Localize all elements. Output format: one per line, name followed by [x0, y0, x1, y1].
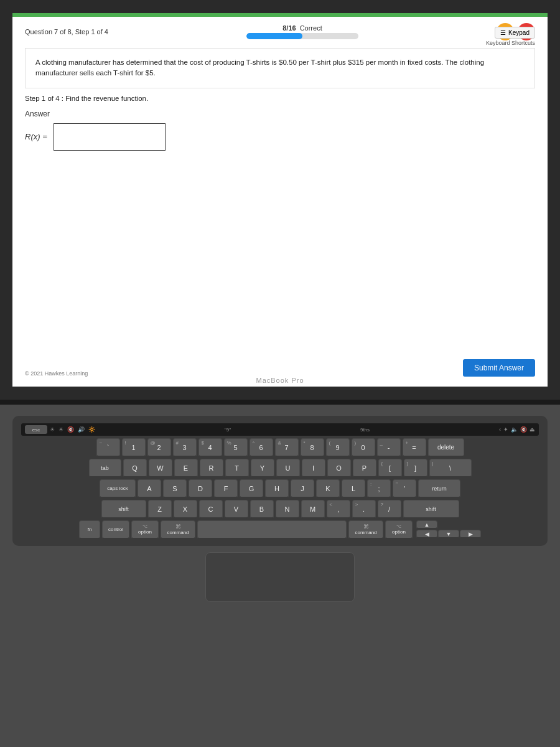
- bottom-row: fn control ⌥ option ⌘ command ⌘ command …: [21, 520, 539, 539]
- key-e[interactable]: E: [174, 459, 198, 477]
- key-space[interactable]: [197, 520, 347, 539]
- key-f[interactable]: F: [214, 479, 238, 498]
- tb-sun: ✦: [503, 426, 508, 433]
- key-x[interactable]: X: [174, 500, 197, 519]
- key-6[interactable]: ^ 6: [250, 438, 273, 457]
- key-o[interactable]: O: [327, 459, 351, 477]
- key-z[interactable]: Z: [148, 500, 172, 519]
- key-lbracket[interactable]: { [: [378, 459, 402, 477]
- key-q[interactable]: Q: [123, 459, 147, 477]
- key-fn[interactable]: fn: [79, 520, 100, 539]
- tb-icon-2: ☀: [58, 426, 63, 433]
- key-ctrl[interactable]: control: [102, 520, 129, 539]
- macbook-label: MacBook Pro: [256, 377, 304, 384]
- key-3[interactable]: # 3: [173, 438, 197, 457]
- key-1[interactable]: ! 1: [122, 438, 146, 457]
- key-rbracket[interactable]: } ]: [404, 459, 427, 477]
- tb-eject: ⏏: [530, 426, 535, 433]
- key-0[interactable]: ) 0: [352, 438, 375, 457]
- key-option-right[interactable]: ⌥ option: [385, 520, 413, 539]
- progress-bar-fill: [246, 33, 302, 39]
- key-k[interactable]: K: [316, 479, 340, 498]
- keypad-area: ☰ Keypad Keyboard Shortcuts: [486, 27, 535, 46]
- command-right-label: command: [355, 530, 376, 535]
- option-right-label: option: [392, 529, 406, 535]
- key-comma[interactable]: < ,: [327, 500, 350, 519]
- key-9[interactable]: ( 9: [326, 438, 350, 457]
- touchbar: esc ☀ ☀ 🔇 🔊 🔆 "9" 9ths ‹ ✦ 🔈 🔇 ⏏: [21, 423, 539, 436]
- key-arrow-down[interactable]: ▼: [438, 530, 459, 538]
- tb-icon-vol: 🔊: [78, 426, 85, 433]
- key-5[interactable]: % 5: [224, 438, 248, 457]
- key-u[interactable]: U: [276, 459, 300, 477]
- tb-vol-icon: 🔈: [511, 426, 518, 433]
- progress-bar-container: [246, 33, 358, 39]
- key-l[interactable]: L: [342, 479, 365, 498]
- key-backslash[interactable]: | \: [429, 459, 472, 477]
- main-content: Question 7 of 8, Step 1 of 4 8/16 Correc…: [12, 17, 548, 387]
- key-h[interactable]: H: [265, 479, 289, 498]
- key-a[interactable]: A: [138, 479, 161, 498]
- trackpad[interactable]: [205, 552, 355, 602]
- key-c[interactable]: C: [199, 500, 223, 519]
- key-p[interactable]: P: [353, 459, 376, 477]
- submit-button[interactable]: Submit Answer: [463, 359, 535, 377]
- key-2[interactable]: @ 2: [147, 438, 171, 457]
- key-t[interactable]: T: [225, 459, 249, 477]
- tb-9ths: 9ths: [360, 427, 370, 433]
- tb-mute: 🔇: [520, 426, 527, 433]
- answer-input[interactable]: [54, 123, 166, 151]
- key-v[interactable]: V: [225, 500, 248, 519]
- zxcv-row: shift Z X C V B N M < , > . ? / shift: [21, 500, 539, 519]
- key-minus[interactable]: _ -: [377, 438, 401, 457]
- screen-content: Question 7 of 8, Step 1 of 4 8/16 Correc…: [12, 13, 548, 387]
- key-equals[interactable]: + =: [403, 438, 426, 457]
- key-4[interactable]: $ 4: [198, 438, 222, 457]
- key-shift-left[interactable]: shift: [101, 500, 146, 519]
- tb-icon-5: 🔆: [88, 426, 95, 433]
- qwerty-row: tab Q W E R T Y U I O P { [ } ] | \: [21, 459, 539, 477]
- key-slash[interactable]: ? /: [378, 500, 401, 519]
- key-semicolon[interactable]: : ;: [367, 479, 391, 498]
- key-arrow-up[interactable]: ▲: [416, 520, 437, 529]
- key-s[interactable]: S: [163, 479, 187, 498]
- key-tilde[interactable]: ~ `: [96, 438, 120, 457]
- key-i[interactable]: I: [302, 459, 325, 477]
- key-d[interactable]: D: [189, 479, 212, 498]
- key-caps-lock[interactable]: caps lock: [100, 479, 136, 498]
- answer-row: R(x) =: [25, 123, 535, 151]
- tb-icon-3: 🔇: [67, 426, 74, 433]
- keypad-button[interactable]: ☰ Keypad: [495, 27, 535, 39]
- key-g[interactable]: G: [240, 479, 263, 498]
- key-arrow-left[interactable]: ◀: [416, 530, 437, 538]
- key-y[interactable]: Y: [251, 459, 274, 477]
- key-backspace[interactable]: delete: [428, 438, 464, 457]
- key-b[interactable]: B: [250, 500, 274, 519]
- keypad-icon: ☰: [500, 29, 506, 36]
- key-r[interactable]: R: [200, 459, 223, 477]
- score-label: 8/16: [282, 24, 296, 32]
- key-arrow-right[interactable]: ▶: [460, 530, 481, 538]
- answer-section: Answer R(x) =: [25, 110, 535, 151]
- key-quote[interactable]: " ': [393, 479, 416, 498]
- question-info: Question 7 of 8, Step 1 of 4: [25, 28, 108, 35]
- key-7[interactable]: & 7: [275, 438, 299, 457]
- tb-icon-1: ☀: [50, 426, 55, 433]
- key-enter[interactable]: return: [418, 479, 460, 498]
- asdf-row: caps lock A S D F G H J K L : ; " ' retu…: [21, 479, 539, 498]
- key-option-left[interactable]: ⌥ option: [131, 520, 159, 539]
- key-m[interactable]: M: [301, 500, 325, 519]
- key-command-right[interactable]: ⌘ command: [348, 520, 383, 539]
- key-w[interactable]: W: [149, 459, 172, 477]
- tb-chevron-left: ‹: [499, 426, 501, 433]
- key-8[interactable]: * 8: [301, 438, 324, 457]
- key-n[interactable]: N: [276, 500, 299, 519]
- key-j[interactable]: J: [291, 479, 314, 498]
- keyboard-area: esc ☀ ☀ 🔇 🔊 🔆 "9" 9ths ‹ ✦ 🔈 🔇 ⏏ ~ `: [0, 410, 560, 747]
- key-period[interactable]: > .: [352, 500, 376, 519]
- key-command-left[interactable]: ⌘ command: [161, 520, 195, 539]
- problem-text: A clothing manufacturer has determined t…: [25, 48, 535, 88]
- key-tab[interactable]: tab: [89, 459, 121, 477]
- command-left-label: command: [167, 530, 189, 535]
- key-shift-right[interactable]: shift: [403, 500, 459, 519]
